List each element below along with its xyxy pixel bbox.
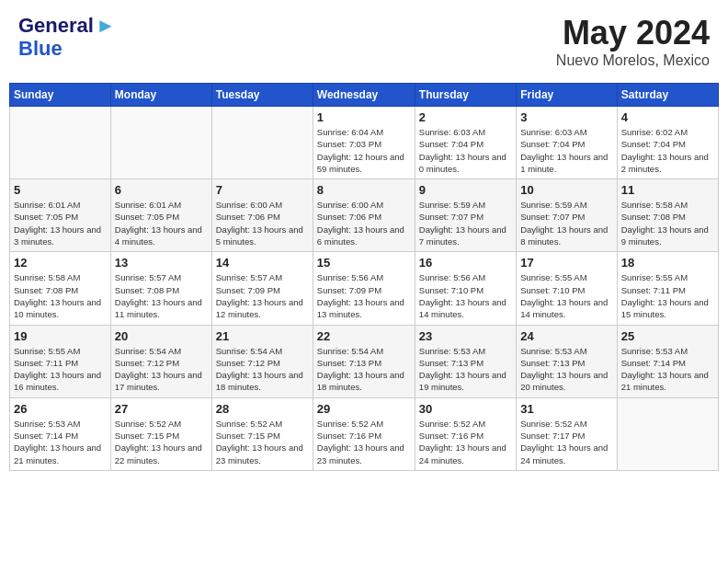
cell-line: Sunrise: 5:57 AM [115, 271, 208, 283]
cell-line: Daylight: 12 hours and 59 minutes. [317, 151, 411, 176]
cell-content: Sunrise: 6:01 AMSunset: 7:05 PMDaylight:… [14, 199, 107, 247]
cell-line: Sunset: 7:03 PM [317, 138, 411, 150]
cell-line: Sunset: 7:12 PM [216, 357, 309, 369]
calendar-week-1: 1Sunrise: 6:04 AMSunset: 7:03 PMDaylight… [10, 107, 719, 179]
calendar-week-2: 5Sunrise: 6:01 AMSunset: 7:05 PMDaylight… [10, 179, 719, 252]
cell-line: Sunset: 7:10 PM [520, 284, 612, 296]
day-number: 17 [520, 256, 612, 270]
calendar-cell [110, 107, 211, 179]
month-title: May 2024 [556, 14, 710, 52]
cell-line: Sunset: 7:13 PM [419, 357, 512, 369]
location: Nuevo Morelos, Mexico [556, 52, 710, 69]
day-number: 20 [115, 329, 208, 343]
day-number: 6 [115, 183, 208, 197]
cell-line: Sunset: 7:16 PM [419, 430, 512, 442]
cell-line: Daylight: 13 hours and 16 minutes. [14, 369, 107, 394]
day-number: 4 [621, 110, 714, 124]
cell-line: Sunrise: 5:59 AM [419, 199, 512, 211]
cell-content: Sunrise: 6:04 AMSunset: 7:03 PMDaylight:… [317, 126, 411, 175]
cell-line: Sunrise: 5:58 AM [14, 271, 107, 283]
cell-line: Daylight: 13 hours and 10 minutes. [14, 296, 107, 321]
cell-content: Sunrise: 5:55 AMSunset: 7:11 PMDaylight:… [14, 345, 107, 394]
cell-line: Sunrise: 5:52 AM [115, 418, 208, 430]
calendar-week-3: 12Sunrise: 5:58 AMSunset: 7:08 PMDayligh… [10, 252, 719, 325]
day-number: 29 [317, 402, 411, 416]
cell-line: Sunset: 7:14 PM [621, 357, 714, 369]
cell-line: Daylight: 13 hours and 3 minutes. [14, 224, 107, 248]
calendar-cell: 25Sunrise: 5:53 AMSunset: 7:14 PMDayligh… [617, 325, 718, 397]
day-number: 8 [317, 183, 411, 197]
day-number: 27 [115, 402, 208, 416]
cell-line: Sunset: 7:17 PM [520, 430, 612, 442]
page-header: General ► Blue May 2024 Nuevo Morelos, M… [9, 9, 719, 74]
cell-content: Sunrise: 5:57 AMSunset: 7:09 PMDaylight:… [216, 271, 309, 320]
cell-line: Sunrise: 5:54 AM [115, 345, 208, 357]
cell-line: Daylight: 13 hours and 2 minutes. [621, 151, 714, 176]
calendar-cell [617, 397, 718, 470]
cell-content: Sunrise: 5:53 AMSunset: 7:13 PMDaylight:… [520, 345, 612, 394]
cell-line: Sunrise: 6:03 AM [419, 126, 512, 138]
cell-line: Daylight: 13 hours and 7 minutes. [419, 224, 512, 248]
cell-line: Sunrise: 6:03 AM [520, 126, 612, 138]
day-number: 30 [419, 402, 512, 416]
cell-line: Sunrise: 5:56 AM [317, 271, 411, 283]
cell-line: Daylight: 13 hours and 23 minutes. [216, 442, 309, 466]
day-number: 22 [317, 329, 411, 343]
day-number: 10 [520, 183, 612, 197]
calendar-body: 1Sunrise: 6:04 AMSunset: 7:03 PMDaylight… [10, 107, 719, 471]
cell-line: Daylight: 13 hours and 20 minutes. [520, 369, 612, 394]
cell-content: Sunrise: 5:59 AMSunset: 7:07 PMDaylight:… [520, 199, 612, 247]
cell-line: Sunset: 7:10 PM [419, 284, 512, 296]
day-number: 24 [520, 329, 612, 343]
cell-line: Sunrise: 6:04 AM [317, 126, 411, 138]
calendar-cell: 24Sunrise: 5:53 AMSunset: 7:13 PMDayligh… [517, 325, 617, 397]
cell-content: Sunrise: 5:52 AMSunset: 7:17 PMDaylight:… [520, 418, 612, 466]
cell-content: Sunrise: 6:02 AMSunset: 7:04 PMDaylight:… [621, 126, 714, 175]
calendar-cell: 1Sunrise: 6:04 AMSunset: 7:03 PMDaylight… [313, 107, 415, 179]
cell-line: Sunrise: 5:54 AM [317, 345, 411, 357]
cell-line: Sunrise: 5:59 AM [520, 199, 612, 211]
cell-line: Sunrise: 5:52 AM [520, 418, 612, 430]
calendar-cell: 27Sunrise: 5:52 AMSunset: 7:15 PMDayligh… [110, 397, 211, 470]
calendar-cell: 3Sunrise: 6:03 AMSunset: 7:04 PMDaylight… [517, 107, 617, 179]
calendar-week-4: 19Sunrise: 5:55 AMSunset: 7:11 PMDayligh… [10, 325, 719, 397]
day-number: 31 [520, 402, 612, 416]
cell-line: Sunset: 7:06 PM [317, 211, 411, 223]
cell-line: Sunrise: 5:52 AM [419, 418, 512, 430]
cell-line: Daylight: 13 hours and 22 minutes. [115, 442, 208, 466]
cell-line: Sunrise: 5:56 AM [419, 271, 512, 283]
calendar-cell: 21Sunrise: 5:54 AMSunset: 7:12 PMDayligh… [211, 325, 313, 397]
cell-content: Sunrise: 5:54 AMSunset: 7:12 PMDaylight:… [216, 345, 309, 394]
cell-line: Sunset: 7:04 PM [520, 138, 612, 150]
day-header-sunday: Sunday [10, 84, 111, 107]
calendar-week-5: 26Sunrise: 5:53 AMSunset: 7:14 PMDayligh… [10, 397, 719, 470]
cell-content: Sunrise: 6:03 AMSunset: 7:04 PMDaylight:… [520, 126, 612, 175]
cell-content: Sunrise: 5:54 AMSunset: 7:12 PMDaylight:… [115, 345, 208, 394]
logo-arrow-icon: ► [96, 14, 116, 38]
cell-line: Sunset: 7:08 PM [14, 284, 107, 296]
cell-line: Daylight: 13 hours and 9 minutes. [621, 224, 714, 248]
day-number: 13 [115, 256, 208, 270]
cell-line: Sunrise: 6:00 AM [317, 199, 411, 211]
calendar-cell: 12Sunrise: 5:58 AMSunset: 7:08 PMDayligh… [10, 252, 111, 325]
cell-line: Sunrise: 5:52 AM [317, 418, 411, 430]
cell-content: Sunrise: 5:54 AMSunset: 7:13 PMDaylight:… [317, 345, 411, 394]
cell-line: Sunrise: 6:02 AM [621, 126, 714, 138]
cell-line: Sunrise: 6:01 AM [115, 199, 208, 211]
calendar-cell: 23Sunrise: 5:53 AMSunset: 7:13 PMDayligh… [415, 325, 516, 397]
cell-line: Sunrise: 6:01 AM [14, 199, 107, 211]
day-number: 5 [14, 183, 107, 197]
calendar-cell [211, 107, 313, 179]
cell-line: Sunrise: 5:57 AM [216, 271, 309, 283]
day-number: 15 [317, 256, 411, 270]
calendar-header: SundayMondayTuesdayWednesdayThursdayFrid… [10, 84, 719, 107]
cell-line: Sunset: 7:11 PM [621, 284, 714, 296]
calendar-cell: 19Sunrise: 5:55 AMSunset: 7:11 PMDayligh… [10, 325, 111, 397]
cell-line: Sunrise: 5:53 AM [621, 345, 714, 357]
cell-line: Daylight: 13 hours and 17 minutes. [115, 369, 208, 394]
day-number: 23 [419, 329, 512, 343]
cell-line: Daylight: 13 hours and 21 minutes. [621, 369, 714, 394]
cell-line: Daylight: 13 hours and 23 minutes. [317, 442, 411, 466]
cell-line: Daylight: 13 hours and 18 minutes. [216, 369, 309, 394]
cell-line: Sunrise: 6:00 AM [216, 199, 309, 211]
